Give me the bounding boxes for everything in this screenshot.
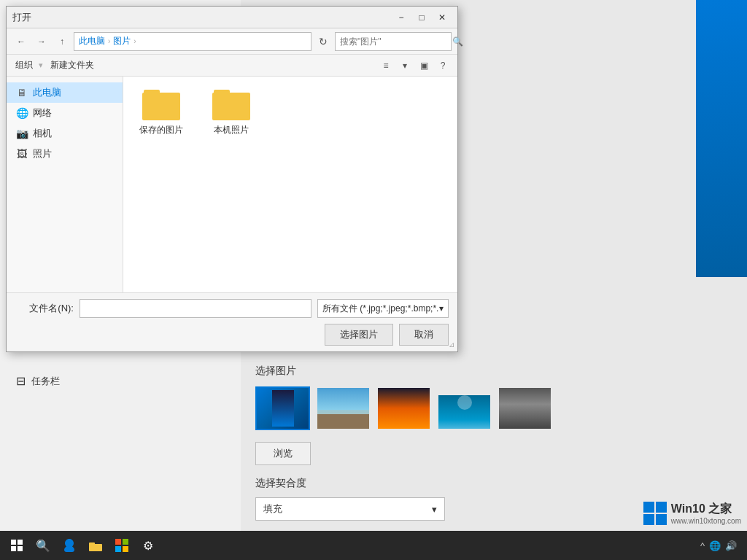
sidebar-item-photos[interactable]: 🖼 照片 xyxy=(7,144,123,164)
monitor-icon: 🖥 xyxy=(15,88,28,98)
sidebar-label-this-pc: 此电脑 xyxy=(33,86,61,99)
footer-buttons: 选择图片 取消 xyxy=(15,324,449,346)
sidebar-item-this-pc[interactable]: 🖥 此电脑 xyxy=(7,82,123,103)
dialog-maximize-button[interactable]: □ xyxy=(412,9,431,26)
win10-logo: Win10 之家 www.win10xtong.com xyxy=(643,502,741,525)
folder-icon-saved xyxy=(142,90,180,120)
filetype-label: 所有文件 (*.jpg;*.jpeg;*.bmp;*. xyxy=(322,303,438,315)
new-folder-button[interactable]: 新建文件夹 xyxy=(46,58,98,73)
image-thumb-4[interactable] xyxy=(437,386,492,430)
preview-pane-button[interactable]: ▣ xyxy=(415,57,433,74)
image-picker-row xyxy=(255,386,686,430)
browse-button[interactable]: 浏览 xyxy=(255,442,311,465)
taskbar: 🔍 ⚙ ^ 🌐 🔊 xyxy=(0,531,747,560)
dialog-minimize-button[interactable]: − xyxy=(392,9,411,26)
dialog-titlebar: 打开 − □ ✕ xyxy=(7,7,457,28)
network-icon: 🌐 xyxy=(15,108,28,118)
folder-saved-pictures[interactable]: 保存的图片 xyxy=(132,85,190,141)
file-explorer-icon xyxy=(89,540,102,551)
sidebar-item-camera[interactable]: 📷 相机 xyxy=(7,123,123,144)
forward-icon: → xyxy=(37,36,46,47)
fit-selected-value: 填充 xyxy=(263,502,282,516)
up-button[interactable]: ↑ xyxy=(53,33,71,50)
refresh-icon: ↻ xyxy=(319,36,328,47)
tray-chevron[interactable]: ^ xyxy=(700,540,705,551)
secondary-toolbar: 组织 ▾ 新建文件夹 ≡ ▾ ▣ ? xyxy=(7,55,457,77)
store-button[interactable] xyxy=(111,534,133,556)
image-rock xyxy=(499,388,551,429)
breadcrumb-part-2: 图片 xyxy=(113,35,131,47)
svg-rect-2 xyxy=(115,539,121,545)
breadcrumb-sep-2: › xyxy=(133,37,136,45)
filename-label: 文件名(N): xyxy=(15,302,74,315)
image-thumb-3[interactable] xyxy=(376,386,431,430)
svg-rect-4 xyxy=(115,546,121,552)
taskbar-right: ^ 🌐 🔊 xyxy=(696,540,741,551)
system-tray: ^ 🌐 🔊 xyxy=(696,540,741,551)
sidebar-label-photos: 照片 xyxy=(33,147,52,160)
file-explorer-button[interactable] xyxy=(85,534,107,556)
watermark: Win10 之家 www.win10xtong.com xyxy=(643,502,741,525)
folder-icon-local xyxy=(212,90,250,120)
dialog-nav-toolbar: ← → ↑ 此电脑 › 图片 › ↻ 🔍 xyxy=(7,28,457,55)
image-night xyxy=(378,388,430,429)
filename-row: 文件名(N): 所有文件 (*.jpg;*.jpeg;*.bmp;*. ▾ xyxy=(15,299,449,318)
tray-volume-icon[interactable]: 🔊 xyxy=(725,540,737,551)
open-button[interactable]: 选择图片 xyxy=(325,324,393,346)
filename-input[interactable] xyxy=(80,299,311,318)
start-icon xyxy=(11,540,23,551)
toolbar-sep-1: ▾ xyxy=(39,61,43,70)
sidebar-label-camera: 相机 xyxy=(33,127,52,140)
toolbar-icons: ≡ ▾ ▣ ? xyxy=(377,57,452,74)
breadcrumb-sep-1: › xyxy=(108,37,110,45)
store-icon xyxy=(115,539,128,552)
file-dialog: 打开 − □ ✕ ← → ↑ 此电脑 › 图片 › ↻ 🔍 xyxy=(6,6,458,352)
image-thumb-5[interactable] xyxy=(498,386,552,430)
refresh-button[interactable]: ↻ xyxy=(314,33,332,50)
search-bar[interactable]: 🔍 xyxy=(335,32,452,51)
help-button[interactable]: ? xyxy=(434,57,452,74)
fit-dropdown[interactable]: 填充 ▾ xyxy=(255,497,445,521)
folder-label-local: 本机照片 xyxy=(214,125,249,136)
search-input[interactable] xyxy=(340,36,449,47)
settings-button[interactable]: ⚙ xyxy=(137,534,159,556)
new-folder-label: 新建文件夹 xyxy=(50,59,94,71)
dialog-sidebar: 🖥 此电脑 🌐 网络 📷 相机 🖼 照片 xyxy=(7,77,123,292)
filetype-chevron: ▾ xyxy=(439,303,444,314)
breadcrumb[interactable]: 此电脑 › 图片 › xyxy=(74,32,311,51)
image-ocean xyxy=(438,395,490,430)
tray-network-icon[interactable]: 🌐 xyxy=(709,540,721,551)
dialog-body: 🖥 此电脑 🌐 网络 📷 相机 🖼 照片 xyxy=(7,77,457,292)
start-button[interactable] xyxy=(6,534,28,556)
dialog-footer: 文件名(N): 所有文件 (*.jpg;*.jpeg;*.bmp;*. ▾ 选择… xyxy=(7,292,457,351)
settings-icon: ⚙ xyxy=(143,539,153,553)
dialog-close-button[interactable]: ✕ xyxy=(433,9,452,26)
image-blue xyxy=(257,388,309,429)
folder-label-saved: 保存的图片 xyxy=(139,125,183,136)
view-dropdown-button[interactable]: ▾ xyxy=(396,57,414,74)
up-icon: ↑ xyxy=(60,36,64,47)
edge-button[interactable] xyxy=(58,534,80,556)
image-thumb-2[interactable] xyxy=(316,386,371,430)
dialog-main: 保存的图片 本机照片 xyxy=(123,77,457,292)
taskbar-search-icon: 🔍 xyxy=(36,539,50,553)
image-thumb-1[interactable] xyxy=(255,386,310,430)
forward-button[interactable]: → xyxy=(33,33,50,50)
fit-title: 选择契合度 xyxy=(255,477,686,490)
back-button[interactable]: ← xyxy=(12,33,30,50)
resize-handle[interactable]: ⊿ xyxy=(449,341,454,349)
taskbar-search-button[interactable]: 🔍 xyxy=(32,534,54,556)
cancel-button[interactable]: 取消 xyxy=(399,324,449,346)
svg-rect-5 xyxy=(123,546,128,552)
sidebar-item-network[interactable]: 🌐 网络 xyxy=(7,103,123,123)
filetype-dropdown[interactable]: 所有文件 (*.jpg;*.jpeg;*.bmp;*. ▾ xyxy=(317,299,449,318)
folder-local-photos[interactable]: 本机照片 xyxy=(202,85,260,141)
win10-brand-text: Win10 之家 www.win10xtong.com xyxy=(671,502,741,525)
svg-rect-3 xyxy=(123,539,128,545)
image-beach xyxy=(317,388,369,429)
win10-logo-icon xyxy=(643,502,667,525)
view-icon-button[interactable]: ≡ xyxy=(377,57,395,74)
dialog-controls: − □ ✕ xyxy=(392,9,452,26)
edge-icon xyxy=(63,539,76,552)
organize-button[interactable]: 组织 xyxy=(12,58,36,73)
